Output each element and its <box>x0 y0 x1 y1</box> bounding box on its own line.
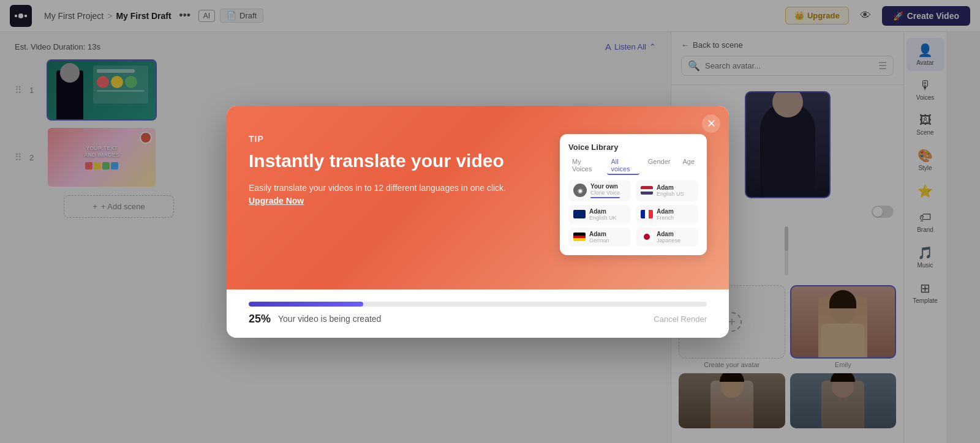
adam-uk-info: Adam English UK <box>589 208 617 221</box>
voice-tab-age[interactable]: Age <box>679 157 698 175</box>
voice-item-adam-de[interactable]: Adam German <box>568 228 631 247</box>
modal-description: Easily translate your videos in to 12 di… <box>249 182 535 207</box>
voice-item-adam-fr[interactable]: Adam French <box>636 205 698 224</box>
clone-voice-info: Your own Clone Voice <box>590 183 620 198</box>
us-flag-icon <box>641 186 653 195</box>
progress-bar-track <box>249 302 707 307</box>
voice-tab-gender[interactable]: Gender <box>644 157 674 175</box>
adam-us-info: Adam English US <box>657 184 684 197</box>
voice-library-card: Voice Library My Voices All voices Gende… <box>560 134 707 255</box>
progress-bar-fill <box>249 302 363 307</box>
progress-percent: 25% <box>249 313 271 326</box>
adam-de-info: Adam German <box>589 231 609 244</box>
voice-item-adam-uk[interactable]: Adam English UK <box>568 205 631 224</box>
voice-lib-title: Voice Library <box>568 143 698 152</box>
progress-text: Your video is being created <box>278 314 381 324</box>
voice-row-2: Adam German Adam Japanese <box>568 228 698 247</box>
voice-row-0: ◉ Your own Clone Voice Adam <box>568 180 698 201</box>
modal-close-button[interactable]: ✕ <box>702 114 720 133</box>
de-flag-icon <box>573 233 586 241</box>
modal-overlay: ✕ TIP Instantly translate your video Eas… <box>0 0 980 443</box>
voice-tabs: My Voices All voices Gender Age <box>568 157 698 175</box>
voice-lib-card: Voice Library My Voices All voices Gende… <box>560 134 707 255</box>
tip-modal: ✕ TIP Instantly translate your video Eas… <box>227 106 729 338</box>
uk-flag-icon <box>573 210 586 218</box>
fr-flag-icon <box>641 210 653 218</box>
cancel-render-button[interactable]: Cancel Render <box>654 315 707 324</box>
modal-title: Instantly translate your video <box>249 150 535 172</box>
adam-jp-info: Adam Japanese <box>657 231 680 244</box>
voice-rows: ◉ Your own Clone Voice Adam <box>568 180 698 247</box>
adam-fr-info: Adam French <box>657 208 674 221</box>
voice-item-clone[interactable]: ◉ Your own Clone Voice <box>568 180 631 201</box>
clone-icon: ◉ <box>573 184 587 197</box>
voice-item-adam-jp[interactable]: Adam Japanese <box>636 228 698 247</box>
tip-label: TIP <box>249 134 535 144</box>
upgrade-now-link[interactable]: Upgrade Now <box>249 196 304 206</box>
voice-item-adam-us[interactable]: Adam English US <box>636 180 698 201</box>
voice-row-1: Adam English UK Adam French <box>568 205 698 224</box>
voice-tab-all-voices[interactable]: All voices <box>607 157 639 175</box>
modal-text: TIP Instantly translate your video Easil… <box>249 128 535 207</box>
voice-progress-line <box>590 197 620 198</box>
jp-flag-icon <box>641 233 653 241</box>
modal-top: ✕ TIP Instantly translate your video Eas… <box>227 106 729 289</box>
voice-tab-my-voices[interactable]: My Voices <box>568 157 602 175</box>
modal-bottom: 25% Your video is being created Cancel R… <box>227 289 729 338</box>
progress-info: 25% Your video is being created Cancel R… <box>249 313 707 326</box>
